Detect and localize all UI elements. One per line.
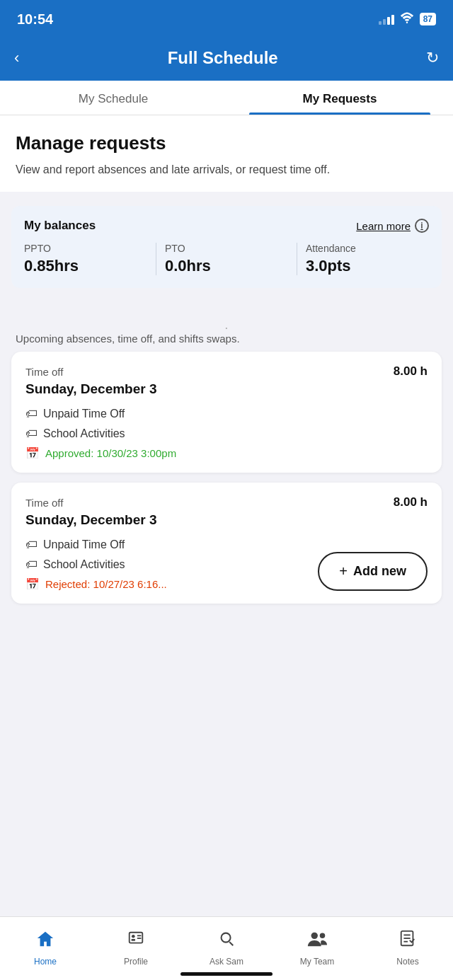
search-icon	[217, 930, 236, 953]
bottom-nav: Home Profile Ask Sam	[0, 916, 453, 980]
tag-icon-4: 🏷	[25, 558, 38, 572]
signal-icon	[379, 13, 394, 25]
nav-profile[interactable]: Profile	[91, 917, 181, 973]
manage-title: Manage requests	[16, 132, 437, 154]
request-card-2[interactable]: Time off 8.00 h Sunday, December 3 🏷 Unp…	[11, 483, 442, 604]
nav-ask-sam[interactable]: Ask Sam	[181, 917, 272, 973]
team-icon	[306, 930, 328, 953]
card-detail-school-2: 🏷 School Activities	[25, 558, 167, 572]
balance-pto: PTO 0.0hrs	[165, 243, 297, 275]
page-title: Full Schedule	[168, 48, 278, 68]
tag-icon-3: 🏷	[25, 538, 38, 552]
card-status-row-2: 📅 Rejected: 10/27/23 6:16...	[25, 577, 167, 591]
svg-point-9	[320, 933, 326, 938]
home-icon	[35, 930, 55, 953]
manage-description: View and report absences and late arriva…	[16, 161, 437, 178]
balances-top-row: My balances Learn more i	[24, 219, 429, 233]
card-top-row: Time off 8.00 h	[25, 364, 428, 379]
request-card-1[interactable]: Time off 8.00 h Sunday, December 3 🏷 Unp…	[11, 352, 442, 473]
card-detail-unpaid: 🏷 Unpaid Time Off	[25, 407, 428, 421]
card-detail-unpaid-2: 🏷 Unpaid Time Off	[25, 538, 428, 552]
nav-my-team[interactable]: My Team	[272, 917, 362, 973]
card-status-row: 📅 Approved: 10/30/23 3:00pm	[25, 446, 428, 460]
tab-bar: My Schedule My Requests	[0, 81, 453, 115]
nav-notes[interactable]: Notes	[362, 917, 453, 973]
add-new-label: Add new	[353, 564, 406, 579]
balance-attendance: Attendance 3.0pts	[306, 243, 429, 275]
plus-icon: +	[339, 563, 348, 580]
calendar-icon: 📅	[25, 446, 40, 460]
svg-point-8	[311, 932, 318, 938]
upcoming-section: • Upcoming absences, time off, and shift…	[0, 309, 453, 352]
svg-line-7	[229, 942, 233, 945]
home-indicator	[180, 972, 273, 976]
nav-my-team-label: My Team	[300, 957, 334, 967]
wifi-icon	[400, 12, 414, 26]
profile-icon	[126, 930, 146, 953]
tab-my-requests[interactable]: My Requests	[226, 81, 453, 115]
status-time: 10:54	[17, 11, 53, 28]
nav-profile-label: Profile	[124, 957, 148, 967]
upcoming-text: Upcoming absences, time off, and shifts …	[16, 333, 437, 345]
nav-home[interactable]: Home	[0, 917, 91, 973]
balance-ppto: PPTO 0.85hrs	[24, 243, 156, 275]
status-rejected: Rejected: 10/27/23 6:16...	[45, 578, 167, 590]
battery-indicator: 87	[420, 13, 436, 25]
cards-area: Time off 8.00 h Sunday, December 3 🏷 Unp…	[0, 352, 453, 625]
card-top-row-2: Time off 8.00 h	[25, 495, 428, 509]
app-header: ‹ Full Schedule ↻	[0, 38, 453, 81]
card-date: Sunday, December 3	[25, 381, 428, 397]
nav-home-label: Home	[34, 957, 57, 967]
refresh-button[interactable]: ↻	[426, 49, 439, 67]
status-icons: 87	[379, 12, 436, 26]
dot-indicator: •	[16, 321, 437, 333]
tag-icon: 🏷	[25, 407, 38, 421]
card-detail-school: 🏷 School Activities	[25, 427, 428, 441]
add-new-button[interactable]: + Add new	[318, 552, 428, 591]
svg-point-2	[132, 934, 135, 938]
tag-icon-2: 🏷	[25, 427, 38, 441]
balances-card: My balances Learn more i PPTO 0.85hrs PT…	[11, 206, 442, 288]
learn-more-link[interactable]: Learn more i	[356, 219, 429, 233]
svg-point-6	[222, 933, 231, 942]
calendar-icon-2: 📅	[25, 577, 40, 591]
balances-row: PPTO 0.85hrs PTO 0.0hrs Attendance 3.0pt…	[24, 243, 429, 275]
nav-ask-sam-label: Ask Sam	[210, 957, 243, 967]
manage-header: Manage requests View and report absences…	[0, 115, 453, 192]
status-approved: Approved: 10/30/23 3:00pm	[45, 447, 176, 459]
svg-point-0	[406, 21, 408, 23]
notes-icon	[398, 930, 417, 953]
status-bar: 10:54 87	[0, 0, 453, 38]
nav-notes-label: Notes	[396, 957, 418, 967]
svg-rect-3	[132, 939, 136, 941]
balances-title: My balances	[24, 219, 96, 233]
section-divider	[0, 302, 453, 309]
card-bottom-row: 🏷 School Activities 📅 Rejected: 10/27/23…	[25, 558, 428, 591]
svg-rect-1	[130, 932, 143, 942]
info-icon: i	[415, 219, 429, 233]
back-button[interactable]: ‹	[14, 49, 19, 67]
tab-my-schedule[interactable]: My Schedule	[0, 81, 226, 115]
card-date-2: Sunday, December 3	[25, 512, 428, 528]
